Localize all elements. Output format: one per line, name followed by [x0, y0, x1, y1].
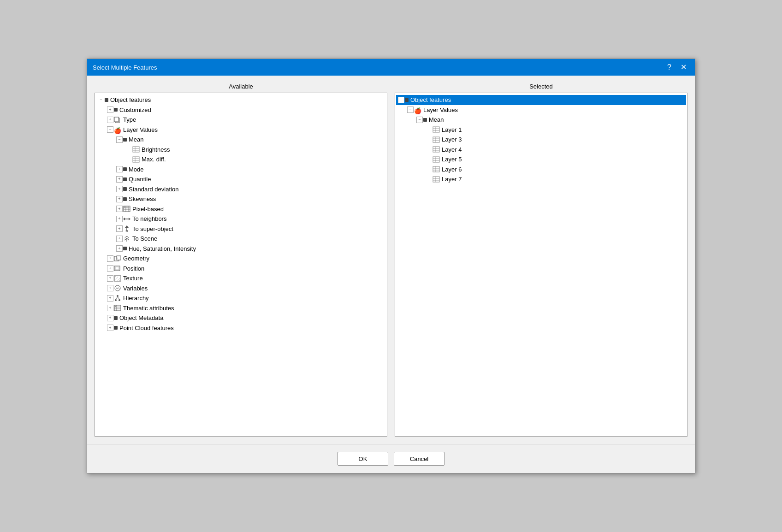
- tree-item-sel-mean[interactable]: −Mean: [396, 115, 686, 125]
- svg-rect-43: [433, 127, 439, 132]
- tree-text-pixel-based: Pixel-based: [132, 205, 164, 214]
- svg-rect-63: [433, 177, 439, 182]
- tree-item-hue-sat[interactable]: +Hue, Saturation, Intensity: [96, 244, 386, 254]
- tree-text-obj-metadata: Object Metadata: [119, 313, 163, 323]
- tree-text-point-cloud: Point Cloud features: [119, 324, 174, 333]
- svg-rect-59: [433, 166, 439, 172]
- tree-item-sel-layer5[interactable]: Layer 5: [396, 154, 686, 165]
- tree-item-obj-metadata[interactable]: +Object Metadata: [96, 313, 386, 323]
- tree-item-sel-layer3[interactable]: Layer 3: [396, 135, 686, 145]
- tree-item-max-diff[interactable]: Max. diff.: [96, 154, 386, 165]
- tree-item-sel-layer1[interactable]: Layer 1: [396, 125, 686, 135]
- svg-rect-51: [433, 147, 439, 152]
- available-tree[interactable]: −Object features+Customized+ Type−🍎Layer…: [95, 93, 387, 437]
- tree-item-std-dev[interactable]: +Standard deviation: [96, 184, 386, 195]
- expand-btn-to-scene[interactable]: +: [116, 236, 123, 242]
- expand-btn-to-super[interactable]: +: [116, 225, 123, 232]
- svg-line-37: [118, 297, 119, 299]
- expand-btn-mean[interactable]: −: [116, 136, 123, 143]
- tree-text-sel-layer7: Layer 7: [442, 175, 462, 184]
- expand-btn-thematic[interactable]: +: [107, 305, 113, 311]
- tree-item-geometry[interactable]: + Geometry: [96, 254, 386, 264]
- cancel-button[interactable]: Cancel: [394, 452, 444, 466]
- svg-marker-21: [125, 225, 129, 228]
- selected-panel: Selected −Object features−🍎Layer Values−…: [395, 83, 687, 437]
- expand-btn-customized[interactable]: +: [107, 106, 113, 113]
- tree-item-mode[interactable]: +Mode: [96, 165, 386, 175]
- tree-item-to-super[interactable]: + To super-object: [96, 224, 386, 234]
- tree-item-sel-layer6[interactable]: Layer 6: [396, 165, 686, 175]
- tree-item-pixel-based[interactable]: + Pixel-based: [96, 204, 386, 214]
- tree-text-skewness: Skewness: [129, 195, 156, 204]
- tree-text-geometry: Geometry: [123, 254, 149, 263]
- expand-btn-texture[interactable]: +: [107, 275, 113, 282]
- tree-item-position[interactable]: + Position: [96, 264, 386, 274]
- dialog-footer: OK Cancel: [87, 444, 695, 473]
- expand-btn-quantile[interactable]: +: [116, 176, 123, 183]
- tree-text-mean: Mean: [129, 135, 144, 144]
- expand-btn-obj-metadata[interactable]: +: [107, 315, 113, 321]
- tree-item-sel-layer-values[interactable]: −🍎Layer Values: [396, 105, 686, 115]
- expand-btn-skewness[interactable]: +: [116, 196, 123, 202]
- available-label: Available: [95, 83, 387, 90]
- tree-item-brightness[interactable]: Brightness: [96, 145, 386, 155]
- ok-button[interactable]: OK: [338, 452, 388, 466]
- svg-point-35: [118, 299, 120, 301]
- tree-text-sel-layer3: Layer 3: [442, 135, 462, 144]
- svg-rect-1: [114, 117, 118, 122]
- tree-text-to-super: To super-object: [132, 225, 173, 234]
- expand-btn-sel-layer-values[interactable]: −: [407, 106, 414, 113]
- selected-tree[interactable]: −Object features−🍎Layer Values−Mean Laye…: [395, 93, 687, 437]
- svg-point-16: [127, 207, 128, 207]
- svg-rect-55: [433, 157, 439, 162]
- svg-line-25: [127, 238, 129, 240]
- svg-line-24: [124, 238, 127, 240]
- expand-btn-type[interactable]: +: [107, 117, 113, 123]
- tree-item-customized[interactable]: +Customized: [96, 105, 386, 115]
- tree-text-std-dev: Standard deviation: [129, 185, 178, 194]
- svg-point-33: [117, 295, 118, 297]
- expand-btn-hue-sat[interactable]: +: [116, 245, 123, 252]
- expand-btn-geometry[interactable]: +: [107, 255, 113, 262]
- expand-btn-layer-values[interactable]: −: [107, 126, 113, 133]
- svg-rect-6: [133, 157, 139, 162]
- expand-btn-point-cloud[interactable]: +: [107, 325, 113, 331]
- tree-item-to-neighbors[interactable]: + To neighbors: [96, 214, 386, 224]
- close-button[interactable]: ✕: [678, 63, 689, 72]
- expand-btn-variables[interactable]: +: [107, 285, 113, 291]
- tree-item-thematic[interactable]: + Thematic attributes: [96, 303, 386, 313]
- tree-item-sel-layer7[interactable]: Layer 7: [396, 174, 686, 184]
- tree-item-texture[interactable]: + Texture: [96, 273, 386, 284]
- expand-btn-sel-mean[interactable]: −: [416, 117, 423, 123]
- tree-item-quantile[interactable]: +Quantile: [96, 174, 386, 184]
- expand-btn-hierarchy[interactable]: +: [107, 295, 113, 301]
- tree-text-sel-layer4: Layer 4: [442, 145, 462, 154]
- tree-item-layer-values[interactable]: −🍎Layer Values: [96, 125, 386, 135]
- tree-item-sel-obj-features[interactable]: −Object features: [396, 95, 686, 105]
- expand-btn-mode[interactable]: +: [116, 166, 123, 172]
- expand-btn-to-neighbors[interactable]: +: [116, 216, 123, 222]
- tree-text-mode: Mode: [129, 165, 144, 174]
- title-bar-controls: ? ✕: [664, 63, 689, 72]
- expand-btn-pixel-based[interactable]: +: [116, 206, 123, 212]
- tree-text-obj-features: Object features: [110, 95, 151, 105]
- expand-btn-std-dev[interactable]: +: [116, 186, 123, 192]
- tree-item-skewness[interactable]: +Skewness: [96, 194, 386, 204]
- tree-item-variables[interactable]: + Variables: [96, 284, 386, 294]
- expand-btn-sel-obj-features[interactable]: −: [398, 97, 404, 103]
- tree-item-point-cloud[interactable]: +Point Cloud features: [96, 323, 386, 333]
- tree-text-max-diff: Max. diff.: [142, 155, 166, 164]
- tree-text-sel-layer-values: Layer Values: [423, 106, 458, 115]
- tree-item-hierarchy[interactable]: + Hierarchy: [96, 293, 386, 303]
- tree-item-obj-features[interactable]: −Object features: [96, 95, 386, 105]
- help-button[interactable]: ?: [664, 63, 674, 72]
- tree-item-to-scene[interactable]: + To Scene: [96, 234, 386, 244]
- expand-btn-position[interactable]: +: [107, 265, 113, 272]
- tree-item-sel-layer4[interactable]: Layer 4: [396, 145, 686, 155]
- tree-text-sel-layer5: Layer 5: [442, 155, 462, 164]
- tree-item-type[interactable]: + Type: [96, 115, 386, 125]
- tree-text-sel-layer1: Layer 1: [442, 125, 462, 135]
- tree-item-mean[interactable]: −Mean: [96, 135, 386, 145]
- tree-text-to-scene: To Scene: [132, 234, 157, 243]
- expand-btn-obj-features[interactable]: −: [98, 97, 104, 103]
